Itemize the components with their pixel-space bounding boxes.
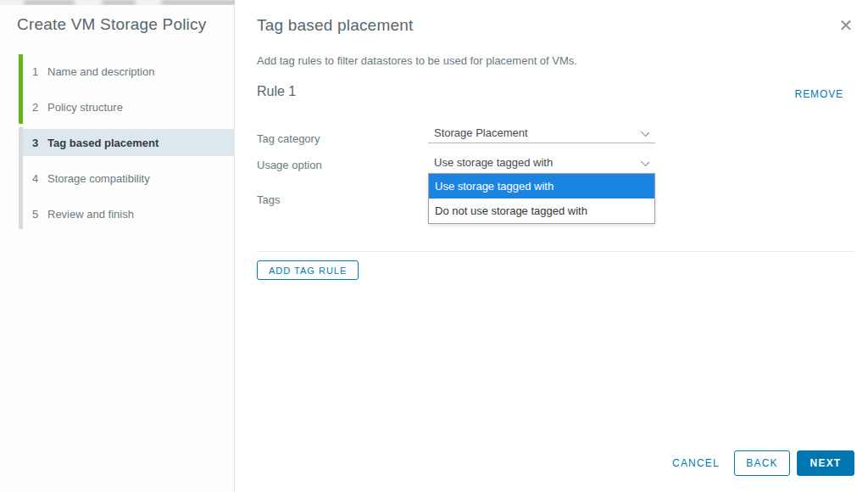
- close-icon[interactable]: ✕: [834, 14, 858, 37]
- page-description: Add tag rules to filter datastores to be…: [257, 54, 577, 67]
- usage-option-dropdown-list: Use storage tagged with Do not use stora…: [428, 173, 655, 224]
- cancel-button[interactable]: CANCEL: [670, 450, 722, 476]
- page-title: Tag based placement: [257, 16, 413, 35]
- usage-option-label: Usage option: [257, 159, 322, 171]
- wizard-title: Create VM Storage Policy: [17, 15, 206, 34]
- dropdown-option-use-storage-tagged-with[interactable]: Use storage tagged with: [429, 174, 654, 198]
- step-number: 2: [32, 101, 47, 114]
- step-label: Review and finish: [47, 208, 134, 221]
- sidebar-step-tag-based-placement[interactable]: 3 Tag based placement: [23, 129, 235, 156]
- chevron-down-icon: [642, 159, 648, 165]
- step-label: Tag based placement: [47, 137, 159, 149]
- chevron-down-icon: [642, 129, 648, 136]
- step-number: 1: [32, 65, 47, 78]
- step-number: 5: [32, 208, 47, 221]
- remove-rule-button[interactable]: REMOVE: [795, 88, 843, 100]
- step-label: Policy structure: [47, 101, 123, 114]
- section-divider: [257, 251, 854, 252]
- usage-option-value: Use storage tagged with: [428, 156, 553, 169]
- tag-category-select[interactable]: Storage Placement: [428, 123, 655, 143]
- step-label: Storage compatibility: [47, 172, 150, 185]
- sidebar-step-name-and-description[interactable]: 1 Name and description: [23, 58, 235, 85]
- wizard-sidebar: Create VM Storage Policy 1 Name and desc…: [0, 0, 235, 492]
- rule-heading: Rule 1: [257, 84, 296, 99]
- create-vm-storage-policy-dialog: Create VM Storage Policy 1 Name and desc…: [0, 0, 868, 492]
- background-artifact: [0, 0, 235, 5]
- usage-option-select[interactable]: Use storage tagged with: [428, 153, 655, 173]
- sidebar-step-review-and-finish[interactable]: 5 Review and finish: [23, 200, 235, 227]
- tags-label: Tags: [257, 193, 280, 206]
- back-button[interactable]: BACK: [734, 450, 790, 476]
- add-tag-rule-button[interactable]: ADD TAG RULE: [257, 260, 359, 280]
- next-button[interactable]: NEXT: [797, 450, 854, 476]
- step-number: 3: [32, 137, 47, 149]
- tag-category-value: Storage Placement: [428, 126, 528, 139]
- sidebar-step-storage-compatibility[interactable]: 4 Storage compatibility: [23, 165, 235, 192]
- tag-category-label: Tag category: [257, 132, 320, 145]
- sidebar-step-policy-structure[interactable]: 2 Policy structure: [23, 93, 235, 120]
- step-number: 4: [32, 172, 47, 185]
- dropdown-option-do-not-use-storage-tagged-with[interactable]: Do not use storage tagged with: [429, 198, 654, 223]
- step-label: Name and description: [47, 65, 154, 78]
